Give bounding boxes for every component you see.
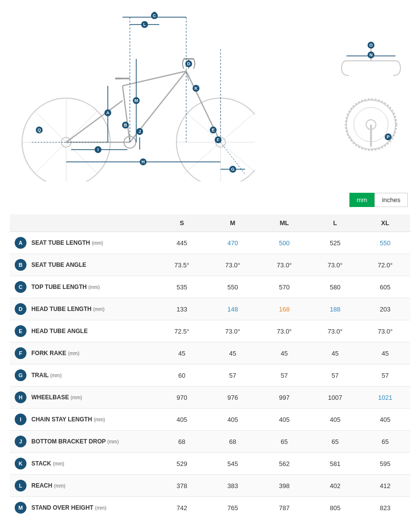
row-value: 72.0° [360,254,410,276]
row-label-cell: H WHEELBASE (mm) [10,387,157,409]
row-unit: (mm) [54,483,65,489]
svg-text:B: B [124,123,127,128]
side-diagrams: O N P [332,36,410,156]
row-value: 148 [207,298,258,320]
row-badge: I [15,414,26,425]
svg-text:E: E [212,128,215,132]
row-value: 203 [360,298,410,320]
svg-text:K: K [195,86,198,91]
row-value: 45 [157,342,207,364]
handlebar-diagram: O N [332,36,410,85]
row-label: HEAD TUBE ANGLE [31,328,88,335]
row-badge: M [15,502,26,514]
row-value: 133 [157,298,207,320]
row-value: 402 [310,475,360,497]
row-unit: (mm) [92,240,103,246]
row-value: 57 [360,364,410,387]
table-row: D HEAD TUBE LENGTH (mm) 133148168188203 [10,298,410,320]
row-label-cell: F FORK RAKE (mm) [10,342,157,364]
row-label: REACH (mm) [31,482,65,489]
row-value: 595 [360,453,410,475]
row-label-cell: J BOTTOM BRACKET DROP (mm) [10,431,157,453]
row-unit: (mm) [107,439,119,444]
row-value: 57 [207,364,258,387]
row-badge: C [15,281,26,293]
row-label: WHEELBASE (mm) [31,394,82,401]
table-row: H WHEELBASE (mm) 97097699710071021 [10,387,410,409]
row-label: SEAT TUBE ANGLE [31,261,86,268]
row-value: 57 [258,364,310,387]
row-label-cell: A SEAT TUBE LENGTH (mm) [10,232,157,254]
row-badge: L [15,480,26,492]
row-label-cell: I CHAIN STAY LENGTH (mm) [10,409,157,431]
row-value: 73.0° [310,254,360,276]
row-label: TOP TUBE LENGTH (mm) [31,284,100,290]
svg-line-16 [66,101,123,142]
table-col-l: L [310,214,360,232]
row-value: 73.0° [207,320,258,342]
table-row: M STAND OVER HEIGHT (mm) 742765787805823 [10,497,410,518]
svg-text:N: N [370,52,373,57]
row-value: 65 [258,431,310,453]
crank-diagram: P [339,93,403,156]
spec-table: S M ML L XL A SEAT TUBE LENGTH (mm) 4454… [10,214,410,518]
row-value: 535 [157,276,207,298]
row-label-cell: C TOP TUBE LENGTH (mm) [10,276,157,298]
row-unit: (mm) [71,395,82,400]
row-value: 405 [258,409,310,431]
svg-text:H: H [142,159,145,164]
row-value: 525 [310,232,360,254]
row-value: 188 [310,298,360,320]
table-row: C TOP TUBE LENGTH (mm) 535550570580605 [10,276,410,298]
row-value: 73.0° [258,320,310,342]
row-value: 405 [360,409,410,431]
row-badge: A [15,237,26,249]
row-value: 742 [157,497,207,518]
row-value: 823 [360,497,410,518]
row-unit: (mm) [53,461,64,466]
svg-line-12 [123,86,130,142]
row-value: 57 [310,364,360,387]
table-row: A SEAT TUBE LENGTH (mm) 445470500525550 [10,232,410,254]
row-badge: F [15,347,26,359]
row-label: HEAD TUBE LENGTH (mm) [31,306,104,312]
row-label-cell: L REACH (mm) [10,475,157,497]
row-label: SEAT TUBE LENGTH (mm) [31,239,103,246]
row-value: 405 [207,409,258,431]
svg-text:D: D [187,61,191,66]
row-label: TRAIL (mm) [31,372,62,379]
svg-text:O: O [369,43,372,48]
row-value: 550 [360,232,410,254]
table-row: G TRAIL (mm) 6057575757 [10,364,410,387]
row-label-cell: B SEAT TUBE ANGLE [10,254,157,276]
row-value: 45 [207,342,258,364]
table-row: I CHAIN STAY LENGTH (mm) 405405405405405 [10,409,410,431]
table-row: J BOTTOM BRACKET DROP (mm) 6868656565 [10,431,410,453]
inches-button[interactable]: inches [374,193,408,207]
row-value: 65 [360,431,410,453]
row-value: 398 [258,475,310,497]
row-value: 805 [310,497,360,518]
row-value: 72.5° [157,320,207,342]
row-value: 1007 [310,387,360,409]
svg-text:Q: Q [37,128,41,132]
table-row: B SEAT TUBE ANGLE 73.5°73.0°73.0°73.0°72… [10,254,410,276]
row-unit: (mm) [68,351,79,356]
table-row: F FORK RAKE (mm) 4545454545 [10,342,410,364]
row-label-cell: E HEAD TUBE ANGLE [10,320,157,342]
mm-button[interactable]: mm [349,193,375,207]
row-badge: B [15,259,26,271]
row-value: 405 [310,409,360,431]
row-value: 470 [207,232,258,254]
row-value: 45 [258,342,310,364]
row-value: 68 [207,431,258,453]
row-value: 45 [310,342,360,364]
row-value: 68 [157,431,207,453]
row-value: 383 [207,475,258,497]
row-badge: J [15,436,26,447]
row-value: 605 [360,276,410,298]
row-value: 73.0° [258,254,310,276]
row-unit: (mm) [50,373,61,378]
row-value: 378 [157,475,207,497]
row-label: STAND OVER HEIGHT (mm) [31,504,106,511]
